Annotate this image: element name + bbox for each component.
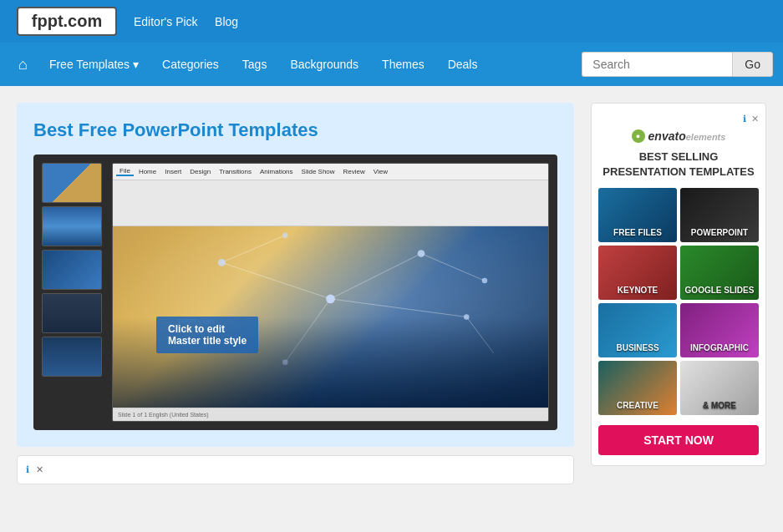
svg-line-5 <box>421 254 485 281</box>
content-area: Best Free PowerPoint Templates <box>17 103 574 484</box>
toolbar-tab-view[interactable]: View <box>370 168 391 175</box>
search-button[interactable]: Go <box>732 52 773 77</box>
envato-logo: ● envatoelements <box>598 129 759 143</box>
ppt-toolbar: File Home Insert Design Transitions Anim… <box>113 164 548 180</box>
bottom-ad: ℹ ✕ <box>17 455 574 484</box>
toolbar-tab-review[interactable]: Review <box>340 168 369 175</box>
svg-line-2 <box>331 299 467 317</box>
slide-thumb-3[interactable] <box>42 250 102 290</box>
envato-name: envatoelements <box>648 129 726 143</box>
nav-categories[interactable]: Categories <box>152 51 229 78</box>
grid-cell-powerpoint[interactable]: POWERPOINT <box>680 188 759 242</box>
top-nav: Editor's Pick Blog <box>134 14 252 29</box>
ad-close-icon[interactable]: ✕ <box>751 114 759 124</box>
dropdown-chevron-icon: ▾ <box>133 58 139 71</box>
toolbar-tab-animations[interactable]: Animations <box>257 168 297 175</box>
nav-bar: ⌂ Free Templates ▾ Categories Tags Backg… <box>0 43 783 86</box>
home-button[interactable]: ⌂ <box>10 49 36 80</box>
text-box-line1: Click to edit <box>168 323 247 335</box>
grid-cell-keynote[interactable]: KEYNOTE <box>598 246 677 300</box>
svg-point-11 <box>282 233 288 239</box>
grid-cell-more[interactable]: & MORE <box>680 361 759 415</box>
grid-cell-business[interactable]: BUSINESS <box>598 303 677 357</box>
grid-row-3: BUSINESS INFOGRAPHIC <box>598 303 759 357</box>
hero-panel: Best Free PowerPoint Templates <box>17 103 574 447</box>
main-slide: File Home Insert Design Transitions Anim… <box>112 163 549 422</box>
ad-heading: BEST SELLING PRESENTATION TEMPLATES <box>598 149 759 180</box>
ad-panel: ℹ ✕ ● envatoelements BEST SELLING PRESEN… <box>591 103 766 466</box>
svg-point-8 <box>326 294 335 303</box>
status-bar: Slide 1 of 1 English (United States) <box>113 408 548 421</box>
hero-title: Best Free PowerPoint Templates <box>33 119 557 141</box>
svg-line-1 <box>331 254 422 299</box>
grid-cell-infographic[interactable]: INFOGRAPHIC <box>680 303 759 357</box>
slide-thumbnails <box>42 163 109 422</box>
toolbar-tab-transitions[interactable]: Transitions <box>216 168 255 175</box>
slide-thumb-1[interactable] <box>42 163 102 203</box>
ribbon <box>113 180 548 226</box>
top-nav-editors-pick[interactable]: Editor's Pick <box>134 15 198 28</box>
start-now-button[interactable]: START NOW <box>598 425 759 455</box>
toolbar-tab-design[interactable]: Design <box>186 168 214 175</box>
envato-dot-icon: ● <box>632 129 645 143</box>
nav-tags[interactable]: Tags <box>232 51 277 78</box>
toolbar-tab-file[interactable]: File <box>116 167 134 176</box>
grid-cell-creative[interactable]: CREATIVE <box>598 361 677 415</box>
nav-backgrounds[interactable]: Backgrounds <box>280 51 369 78</box>
nav-free-templates[interactable]: Free Templates ▾ <box>39 51 149 78</box>
toolbar-tab-slideshow[interactable]: Slide Show <box>298 168 338 175</box>
right-sidebar: ℹ ✕ ● envatoelements BEST SELLING PRESEN… <box>591 103 766 484</box>
grid-row-2: KEYNOTE GOOGLE SLIDES <box>598 246 759 300</box>
slide-thumb-5[interactable] <box>42 337 102 377</box>
slide-thumb-4[interactable] <box>42 293 102 333</box>
nav-deals[interactable]: Deals <box>438 51 488 78</box>
bottom-ad-close-icon[interactable]: ✕ <box>36 464 43 475</box>
slide-text-box: Click to edit Master title style <box>156 317 258 353</box>
grid-cell-google-slides[interactable]: GOOGLE SLIDES <box>680 246 759 300</box>
ppt-mockup: File Home Insert Design Transitions Anim… <box>33 155 557 430</box>
main-content: Best Free PowerPoint Templates <box>0 86 783 501</box>
svg-line-4 <box>221 236 285 263</box>
top-nav-blog[interactable]: Blog <box>215 15 238 28</box>
ad-top-row: ℹ ✕ <box>598 114 759 124</box>
text-box-line2: Master title style <box>168 335 247 347</box>
toolbar-tab-insert[interactable]: Insert <box>161 168 185 175</box>
svg-point-12 <box>482 278 488 284</box>
ppt-inner: File Home Insert Design Transitions Anim… <box>33 155 557 430</box>
grid-cell-free-files[interactable]: FREE FILES <box>598 188 677 242</box>
search-area: Go <box>582 52 773 77</box>
grid-row-1: FREE FILES POWERPOINT <box>598 188 759 242</box>
grid-row-4: CREATIVE & MORE <box>598 361 759 415</box>
svg-point-9 <box>418 250 425 257</box>
svg-point-7 <box>218 259 226 266</box>
toolbar-tab-home[interactable]: Home <box>135 168 160 175</box>
site-logo[interactable]: fppt.com <box>17 7 117 36</box>
top-bar: fppt.com Editor's Pick Blog <box>0 0 783 43</box>
slide-thumb-2[interactable] <box>42 206 102 246</box>
search-input[interactable] <box>582 52 732 77</box>
svg-line-0 <box>221 262 330 298</box>
nav-themes[interactable]: Themes <box>372 51 435 78</box>
ad-info-icon[interactable]: ℹ <box>743 114 746 124</box>
slide-content: FPPT.com Click to edit Master title styl… <box>113 226 548 408</box>
bottom-ad-info-icon[interactable]: ℹ <box>26 464 29 475</box>
